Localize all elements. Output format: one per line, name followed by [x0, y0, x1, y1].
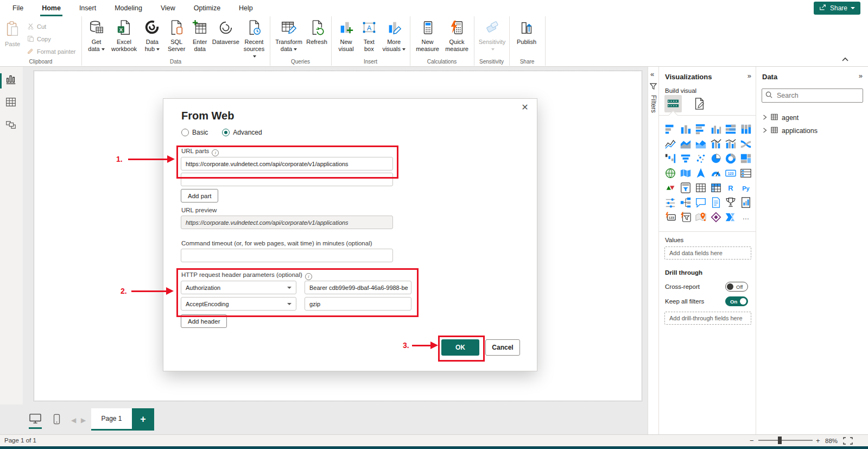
viz-power-automate-icon[interactable] [725, 211, 737, 223]
viz-line-chart-icon[interactable] [664, 138, 676, 150]
data-table-applications[interactable]: applications [756, 124, 868, 137]
url-part-input-2[interactable] [181, 173, 393, 186]
viz-stacked-area-chart-icon[interactable] [695, 138, 707, 150]
ok-button[interactable]: OK [441, 339, 479, 356]
table-view-button[interactable] [5, 96, 18, 109]
cancel-button[interactable]: Cancel [485, 339, 520, 356]
header-name-select-2[interactable]: AcceptEncoding [181, 297, 296, 311]
menu-help[interactable]: Help [230, 0, 262, 16]
viz-metrics-icon[interactable] [725, 197, 737, 208]
filters-pane-title[interactable]: Filters [650, 95, 657, 113]
new-measure-button[interactable]: New measure [414, 20, 441, 53]
viz-filled-map-icon[interactable] [680, 167, 692, 179]
sensitivity-button[interactable]: Sensitivity [478, 20, 506, 53]
recent-sources-button[interactable]: Recent sources [242, 20, 267, 60]
header-name-select-1[interactable]: Authorization [181, 281, 296, 294]
viz-azure-map-icon[interactable] [695, 167, 707, 179]
header-value-input-2[interactable]: gzip [305, 297, 411, 311]
new-visual-button[interactable]: New visual [335, 20, 357, 53]
zoom-out-icon[interactable]: − [750, 437, 754, 445]
viz-line-and-stacked-column-chart-icon[interactable] [710, 138, 722, 150]
excel-workbook-button[interactable]: X Excel workbook [109, 20, 139, 53]
text-box-button[interactable]: A Text box [359, 20, 379, 53]
page-tab[interactable]: Page 1 [91, 408, 132, 431]
viz-kpi-icon[interactable] [664, 182, 676, 194]
get-data-button[interactable]: Get data [86, 20, 107, 53]
share-button[interactable]: Share [814, 2, 860, 15]
cross-report-toggle[interactable]: Off [725, 282, 748, 292]
previous-page-arrow[interactable]: ◀ [71, 416, 76, 424]
collapse-data-panel-icon[interactable] [859, 72, 863, 80]
publish-button[interactable]: Publish [514, 20, 540, 46]
menu-view[interactable]: View [151, 0, 185, 16]
zoom-in-icon[interactable]: + [816, 437, 820, 445]
menu-file[interactable]: File [3, 0, 33, 16]
viz-scatter-chart-icon[interactable] [695, 153, 707, 165]
basic-radio[interactable]: Basic [181, 129, 208, 136]
viz-r-script-visual-icon[interactable]: R [725, 182, 737, 194]
desktop-layout-button[interactable] [29, 413, 42, 429]
viz-matrix-icon[interactable] [710, 182, 722, 194]
viz-pie-chart-icon[interactable] [710, 153, 722, 165]
enter-data-button[interactable]: Enter data [190, 20, 210, 53]
viz-paginated-report-icon[interactable] [710, 197, 722, 208]
viz-donut-chart-icon[interactable] [725, 153, 737, 165]
viz-new-slicer-icon[interactable] [680, 211, 692, 223]
data-hub-button[interactable]: Data hub [141, 20, 163, 53]
mobile-layout-button[interactable] [53, 414, 60, 426]
expand-filters-icon[interactable] [650, 70, 654, 78]
format-painter-button[interactable]: Format painter [27, 47, 76, 56]
add-part-button[interactable]: Add part [181, 189, 218, 203]
viz-waterfall-chart-icon[interactable] [664, 153, 676, 165]
viz-clustered-column-chart-icon[interactable] [710, 123, 722, 135]
zoom-slider[interactable] [758, 440, 813, 441]
quick-measure-button[interactable]: Quick measure [443, 20, 471, 53]
data-table-agent[interactable]: agent [756, 111, 868, 124]
data-search-box[interactable] [762, 88, 863, 103]
more-visuals-button[interactable]: More visuals [381, 20, 407, 53]
timeout-input[interactable] [181, 249, 393, 262]
keep-all-filters-toggle[interactable]: On [725, 296, 748, 306]
refresh-button[interactable]: Refresh [306, 20, 328, 46]
viz-line-and-clustered-column-chart-icon[interactable] [725, 138, 737, 150]
zoom-slider-handle[interactable] [778, 437, 782, 444]
copy-button[interactable]: Copy [27, 34, 76, 44]
viz-100-stacked-column-chart-icon[interactable] [740, 123, 752, 135]
viz-arcgis-map-icon[interactable] [695, 211, 707, 223]
menu-modeling[interactable]: Modeling [105, 0, 151, 16]
chevron-right-icon[interactable] [763, 127, 767, 135]
viz-gauge-icon[interactable] [710, 167, 722, 179]
build-visual-tab[interactable] [664, 95, 682, 112]
header-value-input-1[interactable]: Bearer cdb99e99-dbaf-46a6-9988-be [305, 281, 411, 294]
viz-100-stacked-bar-chart-icon[interactable] [725, 123, 737, 135]
viz-decomposition-tree-icon[interactable] [680, 197, 692, 208]
menu-home[interactable]: Home [33, 0, 70, 16]
viz-treemap-icon[interactable] [740, 153, 752, 165]
viz-card-icon[interactable]: 123 [725, 167, 737, 179]
viz-area-chart-icon[interactable] [680, 138, 692, 150]
search-input[interactable] [776, 91, 854, 100]
add-drill-through-fields-dropzone[interactable]: Add drill-through fields here [664, 312, 751, 325]
new-page-button[interactable]: + [132, 408, 154, 431]
viz-qa-visual-icon[interactable] [695, 197, 707, 208]
viz-multi-row-card-icon[interactable] [740, 167, 752, 179]
viz-key-influencers-icon[interactable] [664, 197, 676, 208]
viz-map-icon[interactable] [664, 167, 676, 179]
next-page-arrow[interactable]: ▶ [81, 416, 86, 424]
menu-optimize[interactable]: Optimize [185, 0, 230, 16]
viz-new-card-icon[interactable]: 123 [664, 211, 676, 223]
viz-more-options-icon[interactable]: … [740, 211, 752, 223]
collapse-ribbon-icon[interactable] [842, 55, 848, 63]
viz-power-apps-icon[interactable] [710, 211, 722, 223]
advanced-radio[interactable]: Advanced [222, 129, 262, 136]
dataverse-button[interactable]: Dataverse [212, 20, 239, 46]
add-data-fields-dropzone[interactable]: Add data fields here [664, 246, 751, 260]
viz-slicer-icon[interactable] [680, 182, 692, 194]
viz-stacked-bar-chart-icon[interactable] [664, 123, 676, 135]
viz-funnel-chart-icon[interactable] [680, 153, 692, 165]
viz-report-visual-icon[interactable] [740, 197, 752, 208]
paste-button[interactable]: Paste [4, 21, 21, 48]
chevron-right-icon[interactable] [763, 114, 767, 122]
menu-insert[interactable]: Insert [70, 0, 105, 16]
viz-stacked-column-chart-icon[interactable] [680, 123, 692, 135]
